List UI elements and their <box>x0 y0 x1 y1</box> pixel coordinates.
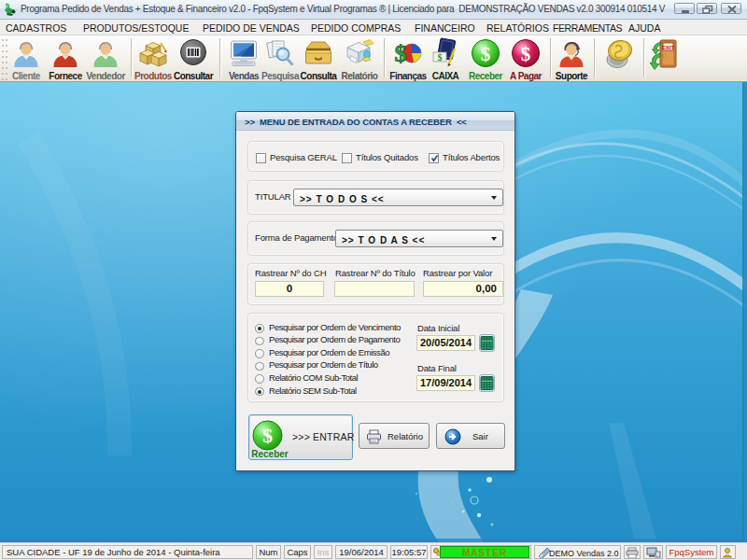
svg-text:$: $ <box>262 425 273 447</box>
svg-text:EXIT: EXIT <box>662 45 675 50</box>
